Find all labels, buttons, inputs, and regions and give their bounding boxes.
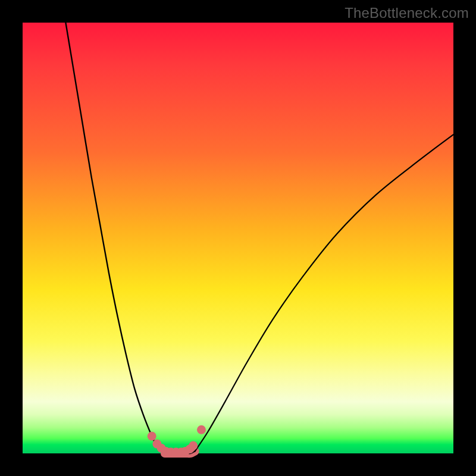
- chart-frame: TheBottleneck.com: [0, 0, 476, 476]
- bottleneck-curve-left: [65, 23, 165, 453]
- curve-group: [65, 23, 453, 456]
- bottleneck-curve-right: [195, 134, 453, 451]
- watermark-text: TheBottleneck.com: [345, 5, 469, 21]
- valley-bead: [197, 425, 206, 434]
- valley-bead: [148, 432, 156, 441]
- curve-layer: [23, 23, 453, 453]
- plot-area: [23, 23, 453, 453]
- valley-bead: [189, 441, 198, 450]
